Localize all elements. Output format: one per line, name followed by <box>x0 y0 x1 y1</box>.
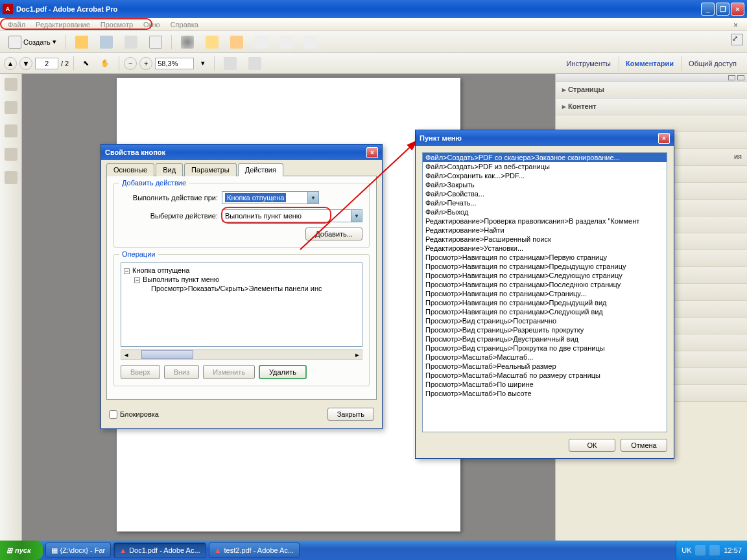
menu-list-item[interactable]: Просмотр>Навигация по страницам>Страницу… <box>423 289 667 298</box>
menu-list-item[interactable]: Редактирование>Расширенный поиск <box>423 235 667 244</box>
delete-button[interactable]: Удалить <box>259 365 307 379</box>
menu-list-item[interactable]: Просмотр>Навигация по страницам>Первую с… <box>423 253 667 262</box>
zoom-out-button[interactable]: − <box>124 57 137 70</box>
comment-button[interactable] <box>201 33 223 51</box>
menu-list-item[interactable]: Файл>Печать... <box>423 198 667 207</box>
zoom-input[interactable] <box>155 58 194 69</box>
task-item[interactable]: ▲Doc1.pdf - Adobe Ac... <box>113 542 206 558</box>
dialog-close-icon[interactable]: × <box>366 147 378 158</box>
menu-list-item[interactable]: Просмотр>Навигация по страницам>Предыдущ… <box>423 298 667 307</box>
share-button[interactable] <box>226 33 248 51</box>
dialog-close-icon[interactable]: × <box>658 133 670 144</box>
select-tool[interactable]: ⬉ <box>78 56 93 70</box>
save-button[interactable] <box>95 33 117 51</box>
menu-list-item[interactable]: Просмотр>Навигация по страницам>Следующи… <box>423 307 667 316</box>
menu-list-item[interactable]: Файл>Создать>PDF со сканера>Заказное ска… <box>423 153 667 162</box>
link-share[interactable]: Общий доступ <box>682 56 743 71</box>
menu-list-item[interactable]: Редактирование>Установки... <box>423 244 667 253</box>
menu-list-item[interactable]: Просмотр>Вид страницы>Постранично <box>423 316 667 325</box>
menu-list-item[interactable]: Редактирование>Проверка правописания>В р… <box>423 216 667 226</box>
close-button[interactable]: Закрыть <box>327 408 374 421</box>
menu-list-item[interactable]: Просмотр>Навигация по страницам>Предыдущ… <box>423 262 667 271</box>
settings-button[interactable] <box>176 33 198 51</box>
menu-list-item[interactable]: Просмотр>Масштаб>По высоте <box>423 389 667 398</box>
link-comments[interactable]: Комментарии <box>619 56 680 71</box>
forms-button[interactable] <box>275 33 297 51</box>
hand-tool[interactable]: ✋ <box>96 56 114 70</box>
attachments-icon[interactable] <box>5 124 18 137</box>
tab-actions[interactable]: Действия <box>238 163 283 176</box>
minimize-button[interactable]: _ <box>701 3 715 16</box>
horizontal-scrollbar[interactable]: ◂▸ <box>121 349 362 360</box>
cancel-button[interactable]: Отмена <box>621 439 667 452</box>
layers-icon[interactable] <box>5 148 18 161</box>
clock[interactable]: 12:57 <box>724 546 742 554</box>
page-up-button[interactable]: ▲ <box>4 57 17 70</box>
link-tools[interactable]: Инструменты <box>560 56 617 71</box>
menu-edit[interactable]: Редактирование <box>30 19 95 30</box>
menu-list-item[interactable]: Просмотр>Вид страницы>Прокрутка по две с… <box>423 344 667 353</box>
accordion-content[interactable]: Контент <box>556 99 747 115</box>
tray-icon[interactable] <box>695 545 706 555</box>
add-button[interactable]: Добавить... <box>305 228 362 240</box>
select-action[interactable]: Выполнить пункт меню ▼ <box>222 209 362 222</box>
menu-list-item[interactable]: Файл>Выход <box>423 207 667 216</box>
bookmarks-icon[interactable] <box>5 101 18 114</box>
email-button[interactable] <box>145 33 167 51</box>
zoom-in-button[interactable]: + <box>139 57 152 70</box>
page-down-button[interactable]: ▼ <box>19 57 32 70</box>
signatures-icon[interactable] <box>5 171 18 184</box>
menu-view[interactable]: Просмотр <box>95 19 138 30</box>
dialog-titlebar[interactable]: Пункт меню × <box>416 130 674 146</box>
menu-item-list[interactable]: Файл>Создать>PDF со сканера>Заказное ска… <box>422 152 667 432</box>
tab-general[interactable]: Основные <box>106 163 154 176</box>
menu-list-item[interactable]: Просмотр>Масштаб>По ширине <box>423 380 667 389</box>
open-button[interactable] <box>71 33 93 51</box>
multimedia-button[interactable] <box>300 33 322 51</box>
ok-button[interactable]: ОК <box>569 439 615 452</box>
create-button[interactable]: Создать ▾ <box>4 33 61 51</box>
menu-list-item[interactable]: Файл>Создать>PDF из веб-страницы <box>423 162 667 171</box>
lock-checkbox[interactable]: Блокировка <box>109 410 159 419</box>
dialog-titlebar[interactable]: Свойства кнопок × <box>101 145 382 160</box>
menu-list-item[interactable]: Просмотр>Вид страницы>Разрешить прокрутк… <box>423 325 667 334</box>
menu-list-item[interactable]: Просмотр>Масштаб>Масштаб... <box>423 353 667 362</box>
select-trigger[interactable]: Кнопка отпущена ▼ <box>222 191 319 204</box>
menu-file[interactable]: Файл <box>3 19 30 30</box>
tool-a[interactable] <box>219 54 241 73</box>
tool-b[interactable] <box>244 54 266 73</box>
maximize-button[interactable]: ❐ <box>716 3 729 16</box>
menu-list-item[interactable]: Просмотр>Навигация по страницам>Последню… <box>423 280 667 289</box>
close-button[interactable]: × <box>731 3 744 16</box>
menu-list-item[interactable]: Файл>Закрыть <box>423 180 667 189</box>
task-item[interactable]: ▦{Z:\docx} - Far <box>45 542 112 558</box>
menu-list-item[interactable]: Редактирование>Найти <box>423 226 667 235</box>
menu-window[interactable]: Окно <box>138 19 165 30</box>
menu-list-item[interactable]: Просмотр>Масштаб>Реальный размер <box>423 362 667 371</box>
start-button[interactable]: ⊞ пуск <box>0 541 43 560</box>
actions-tree[interactable]: −Кнопка отпущена −Выполнить пункт меню П… <box>121 262 362 347</box>
panel-toggle-icon[interactable] <box>737 75 744 80</box>
menubar-close-icon[interactable]: × <box>728 19 743 31</box>
task-item[interactable]: ▲test2.pdf - Adobe Ac... <box>209 542 300 558</box>
tree-node: −Выполнить пункт меню <box>124 275 359 284</box>
panel-toggle-icon[interactable] <box>728 75 735 80</box>
tab-options[interactable]: Параметры <box>184 163 237 176</box>
menu-help[interactable]: Справка <box>165 19 204 30</box>
menu-list-item[interactable]: Просмотр>Масштаб>Масштаб по размеру стра… <box>423 371 667 380</box>
page-input[interactable] <box>35 58 58 69</box>
thumbnails-icon[interactable] <box>5 78 18 91</box>
toolbar-main: Создать ▾ ⤢ <box>0 31 747 53</box>
tab-appearance[interactable]: Вид <box>156 163 183 176</box>
menu-list-item[interactable]: Просмотр>Вид страницы>Двустраничный вид <box>423 334 667 344</box>
expand-icon[interactable]: ⤢ <box>731 34 743 45</box>
zoom-dropdown[interactable]: ▾ <box>196 56 209 70</box>
lang-indicator[interactable]: UK <box>682 546 691 554</box>
print-button[interactable] <box>120 33 142 51</box>
tray-icon[interactable] <box>709 545 720 555</box>
sign-button[interactable] <box>250 33 272 51</box>
menu-list-item[interactable]: Файл>Свойства... <box>423 189 667 198</box>
accordion-pages[interactable]: Страницы <box>556 82 747 99</box>
menu-list-item[interactable]: Просмотр>Навигация по страницам>Следующу… <box>423 271 667 280</box>
menu-list-item[interactable]: Файл>Сохранить как...>PDF... <box>423 171 667 180</box>
